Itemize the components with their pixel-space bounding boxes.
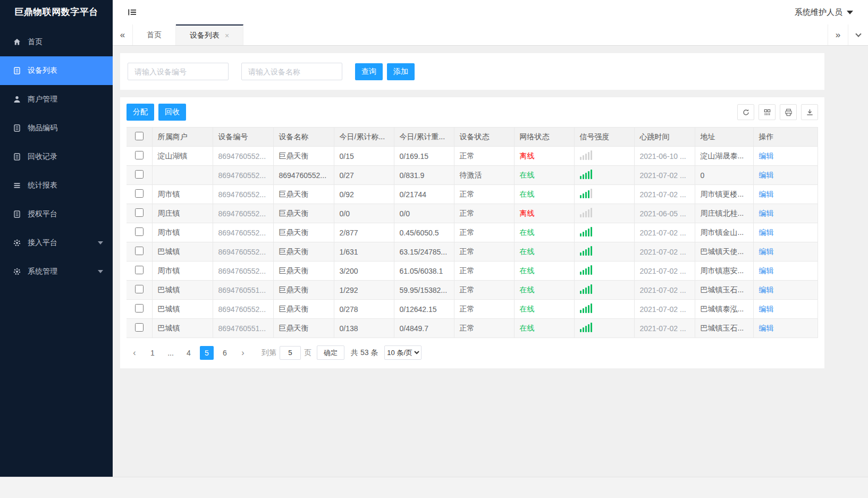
device-name-input[interactable] xyxy=(241,63,342,80)
table-row: 巴城镇8694760551...巨鼎天衡1/29259.95/15382...正… xyxy=(127,281,818,300)
refresh-icon[interactable] xyxy=(737,104,754,120)
search-panel: 查询 添加 xyxy=(120,53,824,90)
row-checkbox[interactable] xyxy=(135,170,144,179)
cell-device-no: 8694760551... xyxy=(213,281,273,300)
signal-strength-icon xyxy=(580,189,592,198)
report-icon xyxy=(13,181,21,190)
sidebar-item-label: 接入平台 xyxy=(28,238,57,248)
home-icon xyxy=(13,38,21,46)
recycle-button[interactable]: 回收 xyxy=(158,104,186,121)
edit-link[interactable]: 编辑 xyxy=(759,305,774,313)
sidebar-toggle-icon[interactable] xyxy=(128,7,137,17)
edit-link[interactable]: 编辑 xyxy=(759,209,774,217)
cell-heartbeat: 2021-07-02 ... xyxy=(634,242,695,261)
row-checkbox[interactable] xyxy=(135,151,144,159)
row-checkbox[interactable] xyxy=(135,189,144,198)
close-icon[interactable]: × xyxy=(225,31,229,40)
edit-link[interactable]: 编辑 xyxy=(759,171,774,179)
col-signal: 信号强度 xyxy=(574,128,634,147)
row-checkbox[interactable] xyxy=(135,247,144,255)
page-size-select[interactable]: 10 条/页 xyxy=(384,345,422,360)
edit-link[interactable]: 编辑 xyxy=(759,190,774,198)
chevron-down-icon xyxy=(847,11,853,14)
cell-today-weight: 0.45/6050.5 xyxy=(394,223,454,242)
export-icon[interactable] xyxy=(801,104,818,120)
tab-home[interactable]: 首页 xyxy=(133,24,176,45)
page-5-current[interactable]: 5 xyxy=(200,346,214,360)
col-network-status: 网络状态 xyxy=(514,128,574,147)
page-4[interactable]: 4 xyxy=(182,346,196,360)
row-checkbox[interactable] xyxy=(135,227,144,236)
page-1[interactable]: 1 xyxy=(146,346,159,360)
row-checkbox[interactable] xyxy=(135,208,144,217)
cell-today-weight: 0/21744 xyxy=(394,185,454,204)
cell-device-name: 巨鼎天衡 xyxy=(273,281,334,300)
chevron-down-icon xyxy=(98,241,103,244)
cell-signal xyxy=(574,300,634,319)
cell-device-no: 8694760551... xyxy=(213,319,273,338)
app-title: 巨鼎物联网数字平台 xyxy=(0,0,113,24)
sidebar-item-auth-platform[interactable]: 授权平台 xyxy=(0,200,113,229)
user-menu[interactable]: 系统维护人员 xyxy=(795,7,853,18)
horizontal-scrollbar-track[interactable] xyxy=(0,477,868,498)
edit-link[interactable]: 编辑 xyxy=(759,324,774,332)
cell-merchant: 巴城镇 xyxy=(152,242,213,261)
edit-link[interactable]: 编辑 xyxy=(759,151,774,160)
cell-actions: 编辑 xyxy=(753,204,818,223)
signal-strength-icon xyxy=(580,150,592,160)
sidebar-item-label: 首页 xyxy=(28,37,43,47)
query-button[interactable]: 查询 xyxy=(355,63,383,80)
sidebar-item-system-manage[interactable]: 系统管理 xyxy=(0,257,113,286)
cell-device-no: 8694760552... xyxy=(213,300,273,319)
sidebar-item-home[interactable]: 首页 xyxy=(0,28,113,56)
cell-network-status: 在线 xyxy=(514,242,574,261)
network-status-badge: 在线 xyxy=(520,247,535,256)
cell-signal xyxy=(574,166,634,185)
page-6[interactable]: 6 xyxy=(218,346,232,360)
assign-button[interactable]: 分配 xyxy=(127,104,154,121)
cell-device-status: 正常 xyxy=(454,147,514,166)
device-no-input[interactable] xyxy=(128,63,229,80)
tabs-scroll-right-icon[interactable]: » xyxy=(828,24,848,45)
sidebar-item-merchant[interactable]: 商户管理 xyxy=(0,85,113,114)
confirm-button[interactable]: 确定 xyxy=(317,345,344,360)
columns-icon[interactable] xyxy=(759,104,776,120)
table-toolbar: 分配 回收 xyxy=(127,104,818,121)
sidebar-item-access-platform[interactable]: 接入平台 xyxy=(0,229,113,257)
cell-address: 0 xyxy=(695,166,753,185)
cell-device-no: 8694760552... xyxy=(213,242,273,261)
cell-device-name: 巨鼎天衡 xyxy=(273,204,334,223)
row-checkbox[interactable] xyxy=(135,266,144,274)
sidebar-item-device-list[interactable]: 设备列表 xyxy=(0,56,113,85)
next-page-icon[interactable]: › xyxy=(236,346,250,360)
network-status-badge: 在线 xyxy=(520,285,535,294)
tab-label: 设备列表 xyxy=(190,31,220,40)
row-checkbox[interactable] xyxy=(135,323,144,332)
row-checkbox[interactable] xyxy=(135,285,144,293)
col-device-status: 设备状态 xyxy=(454,128,514,147)
prev-page-icon[interactable]: ‹ xyxy=(128,346,141,360)
cell-device-name: 8694760552... xyxy=(273,166,334,185)
cell-heartbeat: 2021-07-02 ... xyxy=(634,300,695,319)
sidebar-item-recycle-record[interactable]: 回收记录 xyxy=(0,142,113,171)
edit-link[interactable]: 编辑 xyxy=(759,228,774,237)
tabs-menu-icon[interactable] xyxy=(848,24,868,45)
sidebar-item-report[interactable]: 统计报表 xyxy=(0,171,113,200)
add-button[interactable]: 添加 xyxy=(387,63,415,80)
cell-device-no: 8694760552... xyxy=(213,223,273,242)
cell-actions: 编辑 xyxy=(753,300,818,319)
edit-link[interactable]: 编辑 xyxy=(759,247,774,256)
goto-page-input[interactable] xyxy=(280,346,301,360)
table-row: 巴城镇8694760552...巨鼎天衡0/2780/12642.15正常在线2… xyxy=(127,300,818,319)
sidebar-item-item-code[interactable]: 物品编码 xyxy=(0,114,113,142)
edit-link[interactable]: 编辑 xyxy=(759,285,774,294)
tabs-scroll-left-icon[interactable]: « xyxy=(113,24,133,45)
cell-today-count: 1/631 xyxy=(334,242,394,261)
row-checkbox[interactable] xyxy=(135,304,144,313)
signal-strength-icon xyxy=(580,246,592,256)
edit-link[interactable]: 编辑 xyxy=(759,266,774,275)
print-icon[interactable] xyxy=(780,104,797,120)
gear-icon xyxy=(13,267,21,276)
tab-device-list[interactable]: 设备列表 × xyxy=(176,24,243,45)
select-all-checkbox[interactable] xyxy=(135,132,144,140)
